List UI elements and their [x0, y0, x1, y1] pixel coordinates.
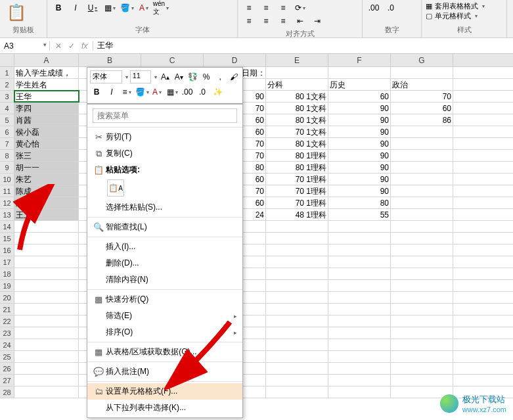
mini-styles-button[interactable]: ✨	[211, 85, 224, 99]
mini-fill-button[interactable]: 🪣▾	[135, 85, 148, 99]
cell[interactable]	[14, 386, 79, 398]
cell[interactable]	[328, 245, 391, 256]
cell[interactable]	[14, 327, 79, 338]
mini-italic-button[interactable]: I	[105, 85, 118, 99]
mini-format-painter-button[interactable]: 🖌	[228, 70, 240, 83]
cell[interactable]	[391, 315, 453, 327]
cell[interactable]	[391, 351, 453, 362]
cell[interactable]	[391, 268, 453, 279]
cell[interactable]	[266, 363, 328, 374]
font-color-button[interactable]: A▾	[137, 1, 151, 14]
row-header[interactable]: 22	[0, 315, 14, 327]
cell[interactable]	[391, 67, 453, 78]
cell[interactable]: 政治	[391, 79, 453, 90]
row-header[interactable]: 18	[0, 268, 14, 279]
cell[interactable]: 李四	[14, 103, 79, 114]
col-header-D[interactable]: D	[204, 54, 266, 66]
cell[interactable]	[266, 375, 328, 386]
select-all-corner[interactable]	[0, 54, 14, 66]
menu-pick-dropdown[interactable]: 从下拉列表中选择(K)...	[87, 400, 242, 416]
align-center-button[interactable]: ≡	[259, 14, 273, 28]
cell[interactable]	[391, 280, 453, 291]
row-header[interactable]: 4	[0, 103, 14, 114]
mini-percent-button[interactable]: %	[200, 70, 212, 83]
align-top-button[interactable]: ≡	[242, 1, 256, 14]
row-header[interactable]: 28	[0, 386, 14, 398]
row-header[interactable]: 20	[0, 292, 14, 303]
cell[interactable]: 90	[328, 150, 391, 161]
cell[interactable]	[391, 292, 453, 303]
cell[interactable]: 黄心怡	[14, 138, 79, 149]
cell[interactable]: 80 1理科	[266, 150, 328, 161]
cell[interactable]: 侯小磊	[14, 126, 79, 137]
cell[interactable]	[391, 304, 453, 315]
cell[interactable]	[328, 363, 391, 374]
italic-button[interactable]: I	[68, 1, 83, 14]
col-header-A[interactable]: A	[14, 54, 79, 66]
row-header[interactable]: 6	[0, 126, 14, 137]
cell[interactable]: 80 1文科	[266, 114, 328, 126]
menu-filter[interactable]: 筛选(E)▸	[87, 308, 242, 324]
cell[interactable]: 55	[328, 209, 391, 220]
cell[interactable]	[328, 351, 391, 362]
row-header[interactable]: 10	[0, 174, 14, 185]
cell-style-button[interactable]: ▢单元格样式▾	[426, 11, 502, 21]
col-header-B[interactable]: B	[79, 54, 141, 66]
row-header[interactable]: 7	[0, 138, 14, 149]
cell[interactable]	[14, 292, 79, 303]
col-header-F[interactable]: F	[328, 54, 391, 66]
menu-delete[interactable]: 删除(D)...	[87, 255, 242, 271]
bold-button[interactable]: B	[51, 1, 66, 14]
cell[interactable]	[391, 174, 453, 185]
cell[interactable]	[391, 209, 453, 220]
mini-font-grow-button[interactable]: A▴	[159, 70, 171, 83]
cell[interactable]	[266, 351, 328, 362]
cell[interactable]: 胡一一	[14, 162, 79, 173]
row-header[interactable]: 1	[0, 67, 14, 78]
mini-decimal-dec-button[interactable]: .00	[181, 85, 194, 99]
cell[interactable]: 70 1理科	[266, 174, 328, 185]
cell[interactable]	[391, 375, 453, 386]
row-header[interactable]: 2	[0, 79, 14, 90]
menu-quick-analysis[interactable]: ▦快速分析(Q)	[87, 291, 242, 308]
cell[interactable]	[328, 67, 391, 78]
cell[interactable]: 80 1文科	[266, 103, 328, 114]
cell[interactable]	[266, 233, 328, 244]
orientation-button[interactable]: ⟳▾	[293, 1, 307, 14]
cell[interactable]: 90	[328, 185, 391, 197]
cell[interactable]	[14, 221, 79, 232]
cell[interactable]	[391, 138, 453, 149]
cell[interactable]	[14, 280, 79, 291]
cell[interactable]: 60	[328, 91, 391, 102]
cell[interactable]	[391, 363, 453, 374]
cell[interactable]	[328, 268, 391, 279]
cell[interactable]	[266, 386, 328, 398]
underline-button[interactable]: U▾	[85, 1, 100, 14]
mini-font-shrink-button[interactable]: A▾	[173, 70, 185, 83]
row-header[interactable]: 25	[0, 351, 14, 362]
cell[interactable]	[14, 268, 79, 279]
cell[interactable]: 90	[328, 114, 391, 126]
menu-copy[interactable]: ⧉复制(C)	[87, 145, 242, 162]
paste-button[interactable]: 📋	[4, 1, 29, 24]
cell[interactable]: 王五	[14, 209, 79, 220]
menu-format-cells[interactable]: 🗂设置单元格格式(F)...	[87, 383, 242, 400]
name-box[interactable]: A3	[0, 41, 50, 51]
row-header[interactable]: 24	[0, 339, 14, 350]
cell[interactable]: 70 1理科	[266, 185, 328, 197]
row-header[interactable]: 8	[0, 150, 14, 161]
cell[interactable]	[391, 245, 453, 256]
menu-cut[interactable]: ✂剪切(T)	[87, 129, 242, 145]
cell[interactable]: 输入学生成绩，	[14, 67, 79, 78]
cell[interactable]: 80	[328, 197, 391, 208]
mini-bold-button[interactable]: B	[90, 85, 103, 99]
mini-comma-button[interactable]: ,	[214, 70, 226, 83]
cell[interactable]	[266, 256, 328, 268]
menu-paste-special[interactable]: 选择性粘贴(S)...	[87, 199, 242, 216]
cell[interactable]: 张三	[14, 150, 79, 161]
cell[interactable]	[14, 315, 79, 327]
fill-color-button[interactable]: 🪣▾	[120, 1, 134, 14]
decimal-decrease-button[interactable]: .00	[367, 1, 381, 14]
table-format-button[interactable]: ▦套用表格格式▾	[426, 1, 502, 11]
cell[interactable]: 学生姓名	[14, 79, 79, 90]
